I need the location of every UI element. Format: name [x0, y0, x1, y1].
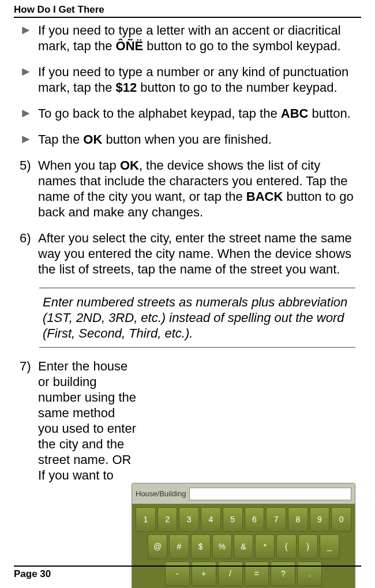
footer-rule [14, 565, 361, 567]
bullet-text: If you need to type a number or any kind… [38, 64, 355, 95]
key-9[interactable]: 9 [310, 507, 330, 532]
callout-note: Enter numbered streets as numerals plus … [39, 287, 355, 348]
bullet-item: ► To go back to the alphabet keypad, tap… [20, 106, 355, 121]
bullet-item: ► If you need to type a number or any ki… [20, 64, 355, 95]
page-footer: Page 30 [14, 552, 361, 583]
section-header: How Do I Get There [14, 0, 361, 17]
bullet-text: If you need to type a letter with an acc… [38, 23, 355, 54]
keypad-field-label: House/Building [136, 486, 186, 501]
bullet-text: To go back to the alphabet keypad, tap t… [38, 106, 351, 121]
step-number: 6) [20, 230, 38, 277]
bullet-mark: ► [20, 23, 38, 54]
step-text: After you select the city, enter the str… [38, 230, 355, 277]
content: ► If you need to type a letter with an a… [14, 23, 361, 588]
key-8[interactable]: 8 [288, 507, 308, 532]
step-text-top: Enter the house or building number using… [38, 358, 136, 483]
bullet-item: ► If you need to type a letter with an a… [20, 23, 355, 54]
page-number: Page 30 [14, 569, 361, 583]
keypad-input[interactable] [189, 488, 351, 500]
key-5[interactable]: 5 [223, 507, 243, 532]
step-number: 5) [20, 158, 38, 220]
bullet-mark: ► [20, 106, 38, 121]
key-7[interactable]: 7 [266, 507, 286, 532]
key-1[interactable]: 1 [136, 507, 156, 532]
keypad-header: House/Building [132, 484, 355, 504]
bullet-text: Tap the OK button when you are finished. [38, 132, 272, 147]
key-6[interactable]: 6 [245, 507, 265, 532]
header-rule [14, 17, 361, 18]
key-3[interactable]: 3 [179, 507, 199, 532]
bullet-mark: ► [20, 132, 38, 147]
page: How Do I Get There ► If you need to type… [0, 0, 375, 588]
key-0[interactable]: 0 [331, 507, 351, 532]
step-5: 5) When you tap OK, the device shows the… [20, 158, 355, 220]
key-2[interactable]: 2 [158, 507, 178, 532]
bullet-mark: ► [20, 64, 38, 95]
bullet-item: ► Tap the OK button when you are finishe… [20, 132, 355, 147]
step-text: When you tap OK, the device shows the li… [38, 158, 355, 220]
key-4[interactable]: 4 [201, 507, 221, 532]
step-6: 6) After you select the city, enter the … [20, 230, 355, 277]
